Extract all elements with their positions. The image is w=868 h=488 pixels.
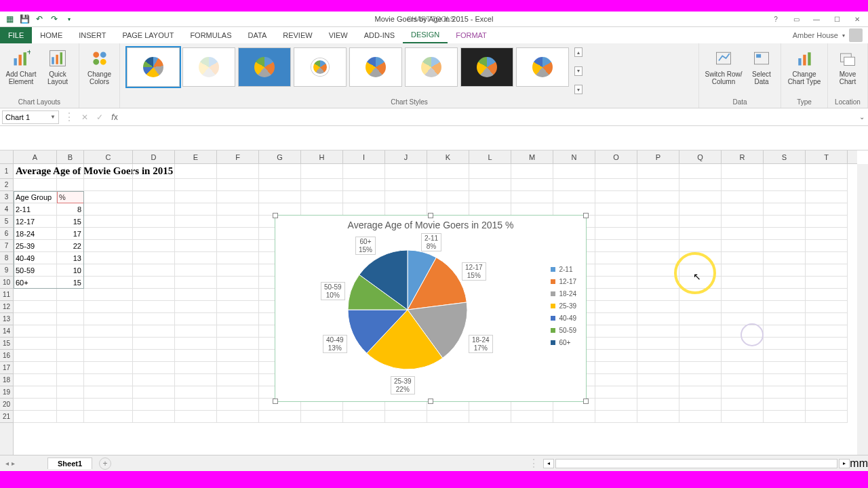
cell[interactable] [14,179,57,191]
cell[interactable] [679,411,722,423]
cell[interactable] [679,164,722,179]
cell[interactable] [679,191,722,203]
cell[interactable] [175,374,217,386]
cell[interactable] [595,277,637,289]
cell[interactable] [84,264,133,277]
cell[interactable] [84,313,133,325]
col-header[interactable]: K [427,150,469,163]
row-header[interactable]: 21 [0,411,13,423]
cell[interactable] [57,350,84,362]
cell[interactable] [14,386,57,399]
change-colors-button[interactable]: Change Colors [83,45,115,97]
pie-chart[interactable] [343,245,472,374]
cell[interactable] [14,374,57,386]
col-header[interactable]: E [175,150,217,163]
cell[interactable] [764,191,806,203]
cell[interactable]: 40-49 [14,252,57,264]
cell[interactable] [133,325,175,338]
cell[interactable] [84,216,133,228]
cell[interactable] [595,301,637,313]
cell[interactable] [84,228,133,240]
chart-style-1[interactable] [127,47,180,87]
data-label[interactable]: 60+15% [355,237,376,255]
cell[interactable] [84,301,133,313]
cell[interactable]: 60+ [14,277,57,289]
cell[interactable] [385,411,427,423]
cell[interactable]: 18-24 [14,228,57,240]
cell[interactable] [133,301,175,313]
row-header[interactable]: 1 [0,164,13,179]
cell[interactable] [385,164,427,179]
cell[interactable] [84,338,133,350]
cell[interactable] [301,411,343,423]
close-icon[interactable]: ✕ [848,13,867,25]
chart-legend[interactable]: 2-1112-1718-2425-3940-4950-5960+ [551,266,576,351]
cell[interactable]: 22 [57,240,84,252]
tab-add-ins[interactable]: ADD-INS [356,27,403,43]
cell[interactable] [133,179,175,191]
cell[interactable] [84,179,133,191]
cell[interactable] [259,164,301,179]
legend-item[interactable]: 40-49 [551,314,576,322]
legend-item[interactable]: 18-24 [551,290,576,298]
cell[interactable] [595,264,637,277]
cell[interactable]: 15 [57,216,84,228]
cell[interactable] [637,350,679,362]
cell[interactable] [301,179,343,191]
cell[interactable] [84,252,133,264]
cell[interactable] [469,164,511,179]
chart-style-2[interactable] [182,47,235,87]
cell[interactable] [217,313,259,325]
maximize-icon[interactable]: ☐ [827,13,846,25]
resize-handle-s[interactable] [428,399,433,404]
cell[interactable] [427,179,469,191]
cell[interactable] [595,216,637,228]
cell[interactable] [217,277,259,289]
tab-format[interactable]: FORMAT [448,27,495,43]
cell[interactable] [595,289,637,301]
cell[interactable] [806,313,848,325]
cell[interactable] [595,325,637,338]
tab-design[interactable]: DESIGN [403,27,448,43]
hscroll-left-icon[interactable]: ◂ [543,459,554,468]
resize-handle-ne[interactable] [583,213,589,218]
cell[interactable] [806,216,848,228]
cell[interactable] [806,252,848,264]
user-area[interactable]: Amber House ▾ [787,27,868,43]
cell[interactable] [133,289,175,301]
data-label[interactable]: 40-4913% [323,335,347,353]
row-header[interactable]: 9 [0,264,13,277]
row-header[interactable]: 5 [0,216,13,228]
cell[interactable] [722,164,764,179]
cell[interactable] [722,301,764,313]
row-header[interactable]: 13 [0,313,13,325]
cell[interactable] [259,191,301,203]
cell[interactable] [217,386,259,399]
row-header[interactable]: 4 [0,203,13,216]
col-header[interactable]: J [385,150,427,163]
col-header[interactable]: N [553,150,595,163]
cell[interactable] [259,203,301,216]
cell[interactable]: 25-39 [14,240,57,252]
cell[interactable] [175,240,217,252]
cell[interactable] [84,386,133,399]
row-header[interactable]: 17 [0,362,13,374]
cell[interactable] [595,362,637,374]
cell[interactable] [57,338,84,350]
tab-home[interactable]: HOME [32,27,71,43]
row-header[interactable]: 8 [0,252,13,264]
cell[interactable] [133,228,175,240]
col-header[interactable]: D [133,150,175,163]
cell[interactable] [57,325,84,338]
cell[interactable]: 17 [57,228,84,240]
cell[interactable] [764,277,806,289]
cell[interactable] [637,411,679,423]
vertical-scrollbar[interactable] [857,164,868,455]
cell[interactable] [679,228,722,240]
cell[interactable] [679,325,722,338]
tab-formulas[interactable]: FORMULAS [182,27,239,43]
cell[interactable]: % [57,191,84,203]
cell[interactable] [175,313,217,325]
cell[interactable] [511,179,553,191]
legend-item[interactable]: 12-17 [551,278,576,285]
